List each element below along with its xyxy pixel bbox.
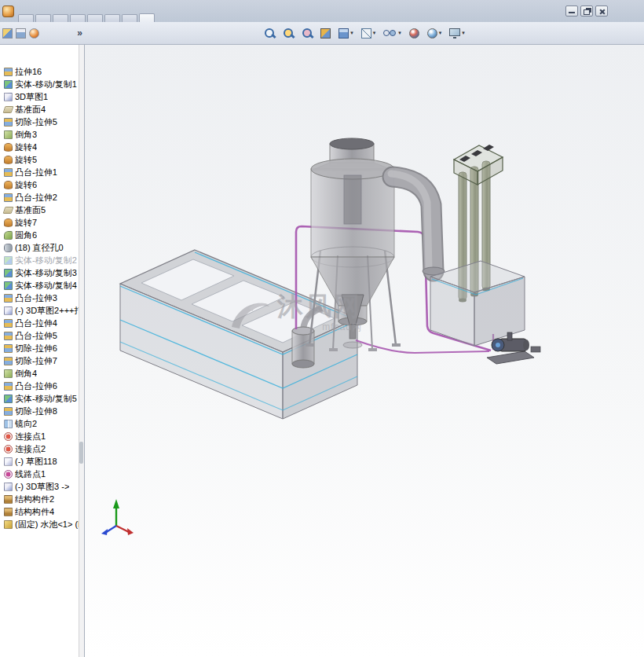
feature-icon	[3, 207, 14, 214]
tree-item[interactable]: 切除-拉伸7	[0, 354, 84, 367]
tree-item[interactable]: (-) 3D草图3 ->	[0, 480, 84, 493]
feature-label: 结构构件2	[15, 494, 54, 505]
tree-item[interactable]: 旋转6	[0, 178, 84, 191]
heads-up-view-toolbar: ▾ ▾ ▾ ▾ ▾ ▾ ▾ ▾	[85, 26, 644, 40]
tree-item[interactable]: 凸台-拉伸2	[0, 191, 84, 204]
feature-icon	[4, 231, 13, 240]
tree-item[interactable]: 镜向2	[0, 417, 84, 430]
tab-electrical[interactable]	[87, 14, 103, 22]
hide-show-items-button[interactable]: ▾	[380, 27, 404, 39]
tab-kytool[interactable]	[139, 13, 155, 22]
feature-icon	[4, 470, 13, 479]
tree-item[interactable]: 结构构件4	[0, 505, 84, 518]
orientation-triad	[101, 499, 134, 535]
tree-item-list: 拉伸16 实体-移动/复制1 3D草图1 基准面4 切除-拉伸5 倒角3	[0, 45, 84, 530]
feature-icon	[4, 508, 13, 516]
view-orientation-button[interactable]: ▾	[335, 27, 357, 40]
tree-item[interactable]: 凸台-拉伸6	[0, 380, 84, 392]
appearance-pane-icon[interactable]	[29, 28, 39, 39]
features-pane-icon[interactable]	[2, 28, 13, 39]
graphics-viewport[interactable]: 沐风网 mfcad网	[85, 45, 644, 657]
tree-item[interactable]: (18) 直径孔0	[0, 241, 84, 254]
zoom-in-out-button[interactable]: ▾	[298, 26, 316, 40]
tree-item[interactable]: 连接点1	[0, 430, 84, 442]
tree-item[interactable]: 旋转5	[0, 153, 84, 166]
tree-item[interactable]: 切除-拉伸6	[0, 342, 84, 354]
tree-item[interactable]: 倒角3	[0, 128, 84, 141]
feature-icon	[4, 357, 13, 365]
feature-label: 线路点1	[15, 468, 46, 480]
tree-item[interactable]: 凸台-拉伸4	[0, 317, 84, 329]
tree-item[interactable]: (固定) 水池<1> (Def	[0, 518, 84, 530]
tree-scrollbar-thumb[interactable]	[79, 442, 83, 464]
panel-expand-chevron[interactable]: »	[77, 28, 82, 39]
tree-item[interactable]: 倒角4	[0, 367, 84, 380]
tree-item[interactable]: 实体-移动/复制3	[0, 266, 84, 279]
tab-office-products[interactable]	[70, 14, 86, 22]
zoom-to-fit-button[interactable]: ▾	[261, 26, 278, 40]
feature-label: 实体-移动/复制4	[15, 280, 77, 292]
tree-scrollbar[interactable]	[79, 45, 84, 657]
tree-item[interactable]: 拉伸16	[0, 65, 84, 78]
feature-icon	[4, 306, 13, 315]
section-view-button[interactable]: ▾	[317, 27, 334, 40]
tree-item[interactable]: 实体-移动/复制5	[0, 392, 84, 405]
feature-icon	[4, 294, 13, 303]
tab-piping-design[interactable]	[104, 14, 120, 22]
restore-document-button[interactable]	[580, 6, 593, 17]
feature-label: (-) 3D草图2+++打	[15, 305, 83, 317]
tree-item[interactable]: 3D草图1	[0, 90, 84, 103]
tree-item[interactable]: 切除-拉伸8	[0, 405, 84, 417]
view-settings-button[interactable]: ▾	[446, 27, 468, 40]
feature-icon	[4, 68, 13, 76]
close-document-button[interactable]	[595, 6, 608, 17]
command-manager-tabstrip	[0, 0, 644, 22]
tree-item[interactable]: 实体-移动/复制4	[0, 279, 84, 292]
feature-label: 实体-移动/复制5	[15, 393, 77, 405]
tree-item[interactable]: (-) 草图118	[0, 455, 84, 468]
tree-item[interactable]: 凸台-拉伸5	[0, 329, 84, 342]
tree-item[interactable]: 基准面4	[0, 103, 84, 116]
feature-icon	[4, 93, 13, 101]
feature-icon	[4, 420, 13, 428]
feature-icon	[4, 168, 13, 177]
display-pane-icon[interactable]	[16, 28, 26, 39]
tree-item[interactable]: 切除-拉伸5	[0, 116, 84, 128]
feature-icon	[4, 457, 13, 466]
feature-icon	[4, 344, 13, 353]
tree-item[interactable]: 连接点2	[0, 442, 84, 455]
app-icon[interactable]	[2, 6, 14, 17]
tree-item[interactable]: 圆角6	[0, 229, 84, 241]
duct-model[interactable]	[391, 174, 445, 275]
tab-sketch[interactable]	[35, 14, 51, 22]
tree-item[interactable]: 凸台-拉伸3	[0, 292, 84, 304]
chevron-down-icon: ▾	[350, 30, 353, 36]
feature-label: 旋转6	[15, 179, 37, 191]
tab-layout[interactable]	[18, 14, 34, 22]
tree-item[interactable]: (-) 3D草图2+++打	[0, 304, 84, 317]
tree-item[interactable]: 实体-移动/复制2	[0, 254, 84, 266]
tree-item[interactable]: 凸台-拉伸1	[0, 166, 84, 178]
display-style-button[interactable]: ▾	[358, 27, 379, 40]
feature-label: 凸台-拉伸3	[15, 292, 57, 304]
feature-manager-tree: 拉伸16 实体-移动/复制1 3D草图1 基准面4 切除-拉伸5 倒角3	[0, 45, 85, 657]
tab-evaluate[interactable]	[53, 14, 68, 22]
feature-label: 切除-拉伸5	[15, 116, 57, 128]
tree-item[interactable]: 实体-移动/复制1	[0, 78, 84, 90]
3d-model-scene[interactable]	[85, 45, 644, 657]
tab-tubing-design[interactable]	[122, 14, 137, 22]
tree-item[interactable]: 旋转4	[0, 141, 84, 153]
tree-item[interactable]: 结构构件2	[0, 493, 84, 505]
feature-label: 旋转4	[15, 141, 37, 153]
edit-appearance-button[interactable]: ▾	[406, 27, 423, 40]
minimize-document-button[interactable]	[565, 6, 578, 17]
chevron-down-icon: ▾	[373, 30, 376, 36]
zoom-to-area-button[interactable]: ▾	[280, 26, 297, 40]
apply-scene-button[interactable]: ▾	[424, 27, 445, 40]
feature-label: 拉伸16	[15, 66, 42, 78]
chevron-down-icon: ▾	[439, 30, 442, 36]
tree-item[interactable]: 基准面5	[0, 204, 84, 216]
tree-item[interactable]: 旋转7	[0, 216, 84, 229]
tree-item[interactable]: 线路点1	[0, 468, 84, 480]
feature-icon	[4, 80, 13, 89]
